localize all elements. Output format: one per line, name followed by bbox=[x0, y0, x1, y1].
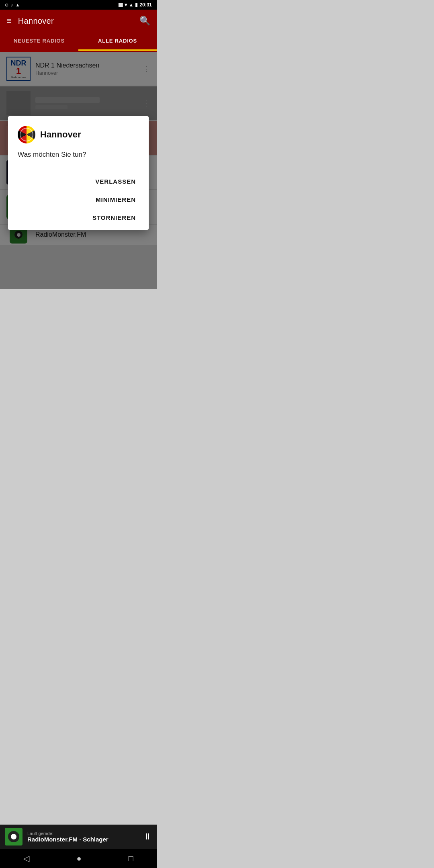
status-bar: ⊙ ♪ ▲ ⬜ ▾ ▲ ▮ 20:31 bbox=[0, 0, 157, 10]
status-icons-right: ⬜ ▾ ▲ ▮ 20:31 bbox=[118, 2, 152, 8]
stornieren-button[interactable]: STORNIEREN bbox=[18, 209, 139, 227]
content-area: NDR 1 Niedersachsen NDR 1 Niedersachsen … bbox=[0, 52, 157, 289]
dialog: Hannover Was möchten Sie tun? VERLASSEN … bbox=[8, 116, 149, 230]
cast-icon: ⬜ bbox=[118, 3, 123, 7]
battery-icon: ▮ bbox=[135, 2, 138, 8]
tab-neueste-radios[interactable]: NEUESTE RADIOS bbox=[0, 32, 78, 51]
music-icon: ♪ bbox=[11, 2, 13, 7]
wifi-icon: ▾ bbox=[125, 2, 127, 8]
app-title: Hannover bbox=[18, 16, 139, 26]
time-display: 20:31 bbox=[139, 2, 152, 8]
tab-alle-radios[interactable]: ALLE RADIOS bbox=[78, 32, 157, 51]
dialog-app-icon bbox=[18, 126, 35, 143]
dialog-title: Hannover bbox=[40, 129, 81, 140]
signal-icon: ▲ bbox=[129, 2, 133, 8]
status-icons-left: ⊙ ♪ ▲ bbox=[5, 2, 20, 8]
tabs-container: NEUESTE RADIOS ALLE RADIOS bbox=[0, 32, 157, 52]
notification-icon: ▲ bbox=[16, 2, 20, 7]
menu-button[interactable]: ≡ bbox=[6, 16, 12, 26]
dialog-header: Hannover bbox=[18, 126, 139, 143]
minimieren-button[interactable]: MINIMIEREN bbox=[18, 190, 139, 209]
verlassen-button[interactable]: VERLASSEN bbox=[18, 172, 139, 190]
search-button[interactable]: 🔍 bbox=[139, 16, 150, 26]
app-bar: ≡ Hannover 🔍 bbox=[0, 10, 157, 32]
camera-icon: ⊙ bbox=[5, 2, 8, 8]
dialog-actions: VERLASSEN MINIMIEREN STORNIEREN bbox=[18, 172, 139, 230]
dialog-question: Was möchten Sie tun? bbox=[18, 150, 139, 160]
